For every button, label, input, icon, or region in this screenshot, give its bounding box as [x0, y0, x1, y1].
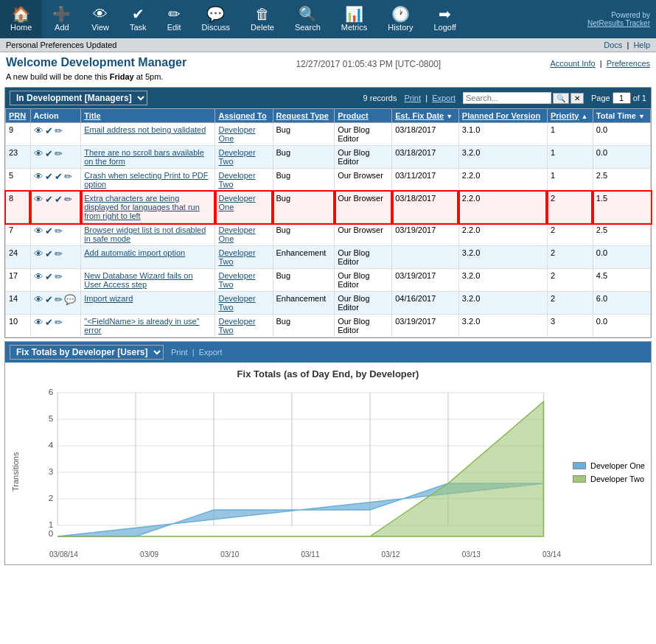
delete-icon: 🗑	[255, 7, 270, 21]
assigned-link[interactable]: Developer One	[218, 194, 255, 211]
view-action-icon[interactable]: 👁	[34, 248, 43, 259]
add-icon: ➕	[52, 7, 71, 21]
estfix-filter-icon: ▼	[446, 113, 453, 120]
view-action-icon[interactable]: 👁	[34, 125, 43, 136]
nav-view[interactable]: 👁 View	[81, 0, 119, 38]
chart-print-link[interactable]: Print	[171, 348, 188, 357]
assigned-link[interactable]: Developer Two	[218, 248, 255, 266]
cell-priority: 1	[547, 146, 593, 169]
title-link[interactable]: Add automatic import option	[84, 248, 185, 257]
nav-delete[interactable]: 🗑 Delete	[240, 0, 285, 38]
nav-search[interactable]: 🔍 Search	[285, 0, 331, 38]
brand-link[interactable]: NetResults Tracker	[587, 19, 650, 27]
assigned-link[interactable]: Developer One	[218, 125, 255, 143]
nav-home[interactable]: 🏠 Home	[0, 0, 42, 38]
check-action-icon[interactable]: ✔	[45, 271, 53, 282]
nav-add[interactable]: ➕ Add	[42, 0, 81, 38]
nav-task[interactable]: ✔ Task	[119, 0, 157, 38]
priority-sort-link[interactable]: Priority	[551, 111, 579, 120]
cell-total-time: 2.5	[593, 223, 650, 246]
product-sort-link[interactable]: Product	[338, 111, 369, 120]
assigned-link[interactable]: Developer Two	[218, 294, 255, 312]
view-action-icon[interactable]: 👁	[34, 317, 43, 328]
title-link[interactable]: Browser widget list is not disabled in s…	[84, 225, 206, 243]
edit-action-icon[interactable]: ✏	[55, 271, 63, 282]
docs-link[interactable]: Docs	[604, 41, 622, 49]
y-axis-label: Transitions	[11, 385, 20, 559]
assigned-link[interactable]: Developer Two	[218, 317, 255, 335]
view-action-icon[interactable]: 👁	[34, 148, 43, 159]
check-action-icon[interactable]: ✔	[45, 148, 53, 159]
assigned-link[interactable]: Developer Two	[218, 171, 255, 189]
edit-action-icon[interactable]: ✏	[64, 171, 72, 182]
check-action-icon[interactable]: ✔	[45, 225, 53, 237]
export-link[interactable]: Export	[432, 94, 456, 102]
preferences-link[interactable]: Preferences	[607, 59, 650, 68]
title-link[interactable]: Extra characters are being displayed for…	[84, 194, 200, 220]
title-link[interactable]: Email address not being validated	[84, 125, 206, 134]
col-header-priority: Priority ▲	[547, 109, 593, 123]
cell-est-fix: 03/19/2017	[392, 223, 459, 246]
cell-prn: 17	[6, 269, 31, 292]
powered-by: Powered by NetResults Tracker	[587, 0, 656, 38]
check2-action-icon[interactable]: ✔	[55, 171, 63, 182]
assigned-link[interactable]: Developer One	[218, 225, 255, 243]
title-link[interactable]: New Database Wizard fails on User Access…	[84, 271, 192, 289]
view-action-icon[interactable]: 👁	[34, 171, 43, 182]
discuss-action-icon[interactable]: 💬	[64, 294, 76, 305]
nav-history[interactable]: 🕐 History	[377, 0, 423, 38]
check-action-icon[interactable]: ✔	[45, 317, 53, 328]
page-input[interactable]	[613, 92, 631, 104]
search-button[interactable]: 🔍	[553, 93, 569, 104]
cell-action: 👁✔✏	[30, 315, 81, 337]
account-info-link[interactable]: Account Info	[550, 59, 595, 68]
assigned-link[interactable]: Developer Two	[218, 148, 255, 166]
print-link[interactable]: Print	[404, 94, 421, 102]
chart-view-select[interactable]: Fix Totals by Developer [Users]	[10, 345, 164, 360]
check-action-icon[interactable]: ✔	[45, 248, 53, 259]
edit-action-icon[interactable]: ✏	[55, 225, 63, 237]
view-action-icon[interactable]: 👁	[34, 194, 43, 205]
nav-metrics-label: Metrics	[341, 23, 367, 32]
prn-sort-link[interactable]: PRN	[9, 111, 26, 120]
edit-action-icon[interactable]: ✏	[55, 148, 63, 159]
check-action-icon[interactable]: ✔	[45, 125, 53, 136]
title-link[interactable]: Crash when selecting Print to PDF option	[84, 171, 208, 189]
nav-discuss[interactable]: 💬 Discuss	[192, 0, 241, 38]
nav-edit[interactable]: ✏ Edit	[157, 0, 192, 38]
nav-logoff[interactable]: ➡ Logoff	[423, 0, 466, 38]
check-action-icon[interactable]: ✔	[45, 194, 53, 205]
clear-search-button[interactable]: ✕	[570, 93, 584, 104]
view-action-icon[interactable]: 👁	[34, 225, 43, 237]
edit-action-icon[interactable]: ✏	[55, 294, 63, 305]
legend-color-dev-one	[573, 462, 586, 469]
cell-est-fix: 03/19/2017	[392, 315, 459, 337]
nav-metrics[interactable]: 📊 Metrics	[331, 0, 377, 38]
title-link[interactable]: Import wizard	[84, 294, 133, 303]
edit-action-icon[interactable]: ✏	[55, 317, 63, 328]
build-day: Friday	[110, 72, 134, 81]
help-link[interactable]: Help	[633, 41, 650, 49]
edit-action-icon[interactable]: ✏	[55, 125, 63, 136]
title-sort-link[interactable]: Title	[84, 111, 100, 120]
title-link[interactable]: There are no scroll bars available on th…	[84, 148, 204, 166]
edit-action-icon[interactable]: ✏	[64, 194, 72, 205]
view-action-icon[interactable]: 👁	[34, 294, 43, 305]
title-link[interactable]: "<FieldName> is already in use" error	[84, 317, 199, 335]
view-select[interactable]: In Development [Managers]	[10, 91, 147, 105]
check-action-icon[interactable]: ✔	[45, 294, 53, 305]
cell-version: 3.1.0	[458, 123, 547, 146]
req-sort-link[interactable]: Request Type	[276, 111, 329, 120]
edit-action-icon[interactable]: ✏	[55, 248, 63, 259]
cell-total-time: 2.5	[593, 169, 650, 192]
chart-export-link[interactable]: Export	[199, 348, 223, 357]
assigned-link[interactable]: Developer Two	[218, 271, 255, 289]
check2-action-icon[interactable]: ✔	[55, 194, 63, 205]
search-input[interactable]	[463, 92, 551, 104]
version-sort-link[interactable]: Planned For Version	[462, 111, 540, 120]
estfix-sort-link[interactable]: Est. Fix Date	[395, 111, 444, 120]
assigned-sort-link[interactable]: Assigned To	[218, 111, 266, 120]
table-section: In Development [Managers] 9 records Prin…	[4, 87, 652, 338]
check-action-icon[interactable]: ✔	[45, 171, 53, 182]
view-action-icon[interactable]: 👁	[34, 271, 43, 282]
